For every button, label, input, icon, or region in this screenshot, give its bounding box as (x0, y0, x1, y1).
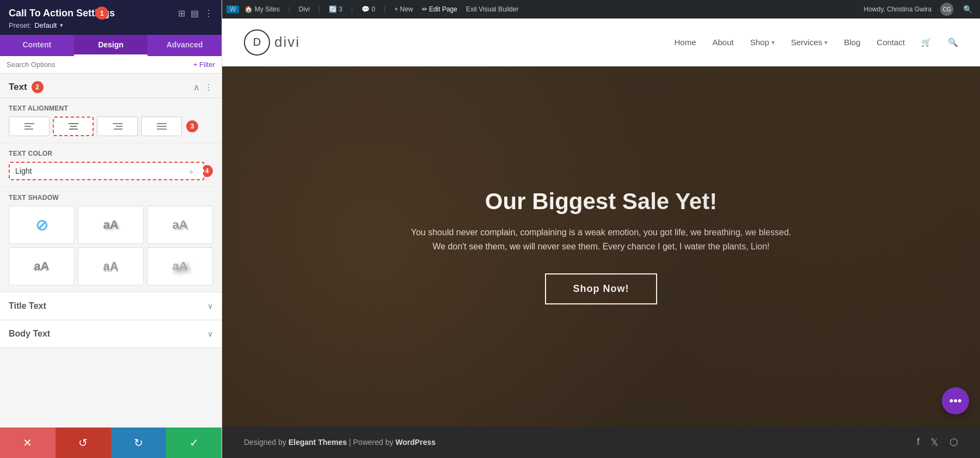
cancel-button[interactable]: ✕ (0, 428, 56, 458)
shadow-2-preview: aA (172, 218, 187, 232)
nav-home-label: Home (674, 38, 696, 47)
body-text-section: Body Text ∨ (0, 320, 222, 348)
left-panel: Call To Action Settings ⊞ ▤ ⋮ Preset: De… (0, 0, 222, 458)
howdy-text: Howdy, Christina Gwira (861, 5, 935, 13)
body-text-header[interactable]: Body Text ∨ (0, 320, 222, 347)
save-button[interactable]: ✓ (166, 428, 222, 458)
shop-now-button[interactable]: Shop Now! (545, 273, 658, 304)
comments-link[interactable]: 💬 0 (358, 5, 378, 13)
text-section-title: Text (9, 82, 27, 93)
shadow-4[interactable]: aA (78, 247, 144, 285)
align-right-btn[interactable] (97, 117, 138, 136)
text-shadow-label: Text Shadow (9, 194, 213, 201)
collapse-icon[interactable]: ∧ (193, 82, 200, 93)
shadow-1-preview: aA (103, 218, 118, 232)
instagram-icon[interactable]: ⬡ (950, 436, 958, 448)
site-header: D divi Home About Shop ▾ Services ▾ Blog (222, 19, 980, 66)
align-justify-btn[interactable] (141, 117, 182, 136)
nav-blog[interactable]: Blog (844, 38, 860, 47)
nav-search[interactable]: 🔍 (948, 38, 958, 47)
nav-contact-label: Contact (877, 38, 905, 47)
align-options (9, 117, 182, 136)
edit-page-link[interactable]: ✏ Edit Page (419, 5, 461, 13)
nav-blog-label: Blog (844, 38, 860, 47)
avatar: CG (940, 3, 953, 16)
text-color-group: Text Color Light Dark ⬦ 4 (0, 143, 222, 187)
more-icon[interactable]: ⋮ (204, 8, 213, 19)
text-shadow-group: Text Shadow ⊘ aA aA aA (0, 187, 222, 292)
logo-circle: D (244, 29, 270, 56)
hero-title: Our Biggest Sale Yet! (485, 188, 717, 215)
site-nav: Home About Shop ▾ Services ▾ Blog Contac… (674, 38, 958, 47)
nav-shop[interactable]: Shop ▾ (750, 38, 775, 47)
nav-services-label: Services (791, 38, 823, 47)
floating-dots-icon: ••• (949, 394, 961, 408)
shadow-3[interactable]: aA (9, 247, 75, 285)
tab-advanced[interactable]: Advanced (148, 35, 222, 56)
panel-header-icons: ⊞ ▤ ⋮ (178, 8, 213, 19)
preset-dropdown[interactable]: Default (34, 21, 57, 29)
footer-powered-by: | Powered by (349, 438, 395, 447)
section-more-icon[interactable]: ⋮ (204, 82, 213, 93)
twitter-icon[interactable]: 𝕏 (930, 436, 939, 448)
tab-content[interactable]: Content (0, 35, 74, 56)
nav-services-dropdown-icon: ▾ (824, 39, 828, 46)
align-center-btn[interactable] (53, 117, 94, 136)
title-text-arrow: ∨ (207, 302, 213, 310)
text-color-label: Text Color (9, 150, 213, 157)
shadow-3-preview: aA (34, 259, 49, 273)
logo-text: divi (274, 34, 300, 51)
body-text-label: Body Text (9, 329, 50, 339)
search-icon[interactable]: 🔍 (960, 5, 976, 14)
body-text-arrow: ∨ (207, 329, 213, 338)
footer-elegant-themes[interactable]: Elegant Themes (289, 438, 347, 447)
panel-header: Call To Action Settings ⊞ ▤ ⋮ Preset: De… (0, 0, 222, 35)
facebook-icon[interactable]: f (917, 436, 920, 448)
footer-text: Designed by Elegant Themes | Powered by … (244, 438, 436, 447)
text-section-header: Text 2 ∧ ⋮ (0, 74, 222, 98)
header-search-icon: 🔍 (948, 38, 958, 47)
nav-home[interactable]: Home (674, 38, 696, 47)
hero-body: You should never complain, complaining i… (411, 225, 792, 253)
shadow-none[interactable]: ⊘ (9, 206, 75, 244)
tab-design[interactable]: Design (74, 35, 148, 56)
wp-admin-bar: W 🏠 My Sites | Divi | 🔄 3 | 💬 0 | + New … (222, 0, 980, 19)
divi-link[interactable]: Divi (296, 5, 313, 13)
search-input[interactable] (7, 60, 189, 69)
text-alignment-group: Text Alignment 3 (0, 98, 222, 143)
my-sites-link[interactable]: 🏠 My Sites (241, 5, 283, 13)
title-text-label: Title Text (9, 301, 46, 311)
preset-label: Preset: (9, 21, 31, 29)
cart-icon: 🛒 (921, 38, 932, 47)
no-shadow-icon: ⊘ (35, 216, 48, 234)
text-color-select[interactable]: Light Dark (9, 162, 204, 180)
floating-options-button[interactable]: ••• (942, 387, 969, 414)
responsive-icon[interactable]: ⊞ (178, 8, 185, 19)
panel-tabs: Content Design Advanced (0, 35, 222, 56)
step-badge-2: 2 (32, 81, 44, 93)
shadow-1[interactable]: aA (78, 206, 144, 244)
footer-wordpress[interactable]: WordPress (395, 438, 436, 447)
nav-about[interactable]: About (712, 38, 733, 47)
site-logo: D divi (244, 29, 300, 56)
updates-link[interactable]: 🔄 3 (326, 5, 346, 13)
nav-services[interactable]: Services ▾ (791, 38, 828, 47)
redo-button[interactable]: ↻ (111, 428, 167, 458)
shadow-5[interactable]: aA (147, 247, 213, 285)
wp-icon[interactable]: W (226, 5, 239, 13)
align-left-btn[interactable] (9, 117, 50, 136)
nav-contact[interactable]: Contact (877, 38, 905, 47)
new-link[interactable]: + New (391, 5, 416, 13)
preset-arrow[interactable]: ▾ (60, 22, 63, 29)
undo-button[interactable]: ↺ (56, 428, 111, 458)
nav-shop-label: Shop (750, 38, 769, 47)
step-badge-1: 1 (95, 7, 108, 20)
exit-builder-link[interactable]: Exit Visual Builder (463, 5, 522, 13)
search-bar: + Filter (0, 56, 222, 74)
title-text-header[interactable]: Title Text ∨ (0, 292, 222, 320)
nav-cart[interactable]: 🛒 (921, 38, 932, 47)
shadow-2[interactable]: aA (147, 206, 213, 244)
shadow-grid: ⊘ aA aA aA aA a (9, 206, 213, 285)
column-icon[interactable]: ▤ (191, 8, 199, 19)
filter-button[interactable]: + Filter (193, 60, 215, 69)
